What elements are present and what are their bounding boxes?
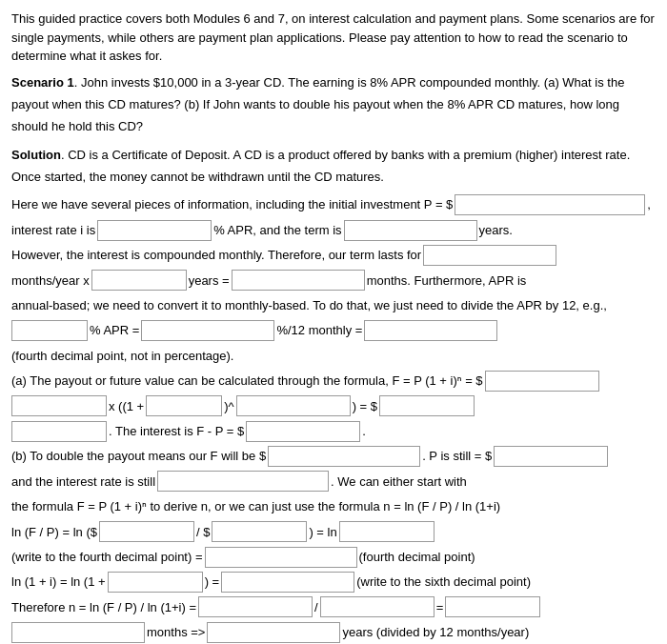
line1-post: ,	[647, 193, 651, 215]
input-fourth-decimal[interactable]	[205, 547, 357, 568]
input-ln-i-val[interactable]	[108, 572, 203, 593]
line13-slash: / $	[196, 521, 210, 543]
input-interest-calc[interactable]	[146, 395, 222, 416]
input-monthly-rate-numerator[interactable]	[141, 320, 274, 341]
line4-post: months. Furthermore, APR is	[367, 270, 527, 292]
line16-pre: Therefore n = ln (F / P) / ln (1+i) =	[11, 596, 196, 618]
scenario1-text: . John invests $10,000 in a 3-year CD. T…	[11, 75, 624, 134]
input-total-months[interactable]	[232, 270, 365, 291]
line14-pre: (write to the fourth decimal point) =	[11, 546, 203, 568]
line-interest-still: and the interest rate is still . We can …	[11, 471, 656, 493]
intro-paragraph: This guided practice covers both Modules…	[11, 10, 656, 66]
input-p-still[interactable]	[494, 446, 608, 467]
line14-label: (fourth decimal point)	[359, 546, 475, 568]
line9-post: .	[362, 420, 366, 442]
line11-pre: and the interest rate is still	[11, 471, 155, 493]
line-therefore-n: Therefore n = ln (F / P) / ln (1+i) = / …	[11, 596, 656, 618]
input-result-line9[interactable]	[11, 421, 107, 442]
input-ln-ratio[interactable]	[339, 521, 435, 542]
input-interest-result[interactable]	[246, 421, 360, 442]
line11-post: . We can either start with	[331, 471, 467, 493]
line12-text: the formula F = P (1 + i)ⁿ to derive n, …	[11, 495, 500, 517]
line16-eq: =	[436, 596, 444, 618]
line-apr-conversion: % APR = %/12 monthly =	[11, 319, 656, 341]
line13-eq: ) = ln	[309, 521, 336, 543]
input-n-denominator[interactable]	[320, 596, 435, 617]
input-ln-1i-result[interactable]	[221, 572, 354, 593]
line4-pre: months/year x	[11, 270, 90, 292]
line2-mid: % APR, and the term is	[213, 219, 341, 241]
line8-carrot: )^	[224, 395, 233, 417]
line13-pre: ln (F / P) = ln ($	[11, 521, 97, 543]
intro-p1: This guided practice covers both Modules…	[11, 10, 656, 66]
line4-mid: years =	[189, 270, 230, 292]
input-double-f[interactable]	[268, 446, 420, 467]
line-formula-n: the formula F = P (1 + i)ⁿ to derive n, …	[11, 495, 656, 517]
input-interest-rate[interactable]	[97, 220, 212, 241]
line-months-year: months/year x years = months. Furthermor…	[11, 270, 656, 292]
line7-text: (a) The payout or future value can be ca…	[11, 370, 483, 392]
line8-pre: x ((1 +	[109, 395, 144, 417]
input-result-calc[interactable]	[379, 395, 475, 416]
line6-text: (fourth decimal point, not in percentage…	[11, 345, 233, 367]
input-n-numerator[interactable]	[198, 596, 313, 617]
line-apr-annual: annual-based; we need to convert it to m…	[11, 294, 656, 316]
input-ln-f[interactable]	[99, 521, 194, 542]
scenario1-paragraph: Scenario 1. John invests $10,000 in a 3-…	[11, 71, 656, 138]
line-compounded: However, the interest is compounded mont…	[11, 244, 656, 266]
line15-pre: ln (1 + i) = ln (1 +	[11, 571, 106, 593]
input-term-months-box[interactable]	[423, 245, 556, 266]
line15-post: (write to the sixth decimal point)	[356, 571, 531, 593]
line5-text: annual-based; we need to convert it to m…	[11, 294, 607, 316]
line-fourth-decimal-write: (write to the fourth decimal point) = (f…	[11, 546, 656, 568]
line-interest-rate: interest rate i is % APR, and the term i…	[11, 219, 656, 241]
line9-pre: . The interest is F - P = $	[109, 420, 244, 442]
line2-post: years.	[479, 219, 513, 241]
input-apr-val[interactable]	[11, 320, 88, 341]
line-fourth-decimal: (fourth decimal point, not in percentage…	[11, 345, 656, 367]
line-investment: Here we have several pieces of informati…	[11, 193, 656, 215]
solution-label: Solution	[11, 148, 61, 162]
input-months-result[interactable]	[11, 622, 145, 643]
input-interest-still[interactable]	[157, 471, 329, 492]
line16-slash: /	[314, 596, 318, 618]
scenario1-label: Scenario 1	[11, 75, 74, 90]
line-interest-result: . The interest is F - P = $ .	[11, 420, 656, 442]
line15-eq: ) =	[205, 571, 220, 593]
input-years-result[interactable]	[207, 622, 340, 643]
input-term[interactable]	[344, 220, 477, 241]
input-monthly-rate-result[interactable]	[364, 320, 497, 341]
line8-eq: ) = $	[353, 395, 377, 417]
line-payout-formula: (a) The payout or future value can be ca…	[11, 370, 656, 392]
line3-text: However, the interest is compounded mont…	[11, 244, 421, 266]
line1-pre: Here we have several pieces of informati…	[11, 193, 453, 215]
solution-paragraph: Solution. CD is a Certificate of Deposit…	[11, 144, 656, 189]
solution-text: . CD is a Certificate of Deposit. A CD i…	[11, 148, 630, 184]
line5-monthly: %/12 monthly =	[276, 319, 362, 341]
input-exponent-calc[interactable]	[236, 395, 351, 416]
line10-mid: . P is still = $	[422, 445, 492, 467]
input-years-val[interactable]	[91, 270, 187, 291]
input-initial-investment[interactable]	[455, 194, 645, 215]
line5-aprlabel: % APR =	[90, 319, 139, 341]
input-future-value[interactable]	[485, 371, 599, 392]
line17-months: months =>	[147, 621, 205, 643]
line-ln-1i: ln (1 + i) = ln (1 + ) = (write to the s…	[11, 571, 656, 593]
line17-years: years (divided by 12 months/year)	[342, 621, 529, 643]
line2-pre: interest rate i is	[11, 219, 95, 241]
line-double-payout: (b) To double the payout means our F wil…	[11, 445, 656, 467]
input-ln-p[interactable]	[212, 521, 307, 542]
input-principal-calc[interactable]	[11, 395, 107, 416]
line-ln-fp: ln (F / P) = ln ($ / $ ) = ln	[11, 521, 656, 543]
line10-pre: (b) To double the payout means our F wil…	[11, 445, 266, 467]
line-formula-calc: x ((1 + )^ ) = $	[11, 395, 656, 417]
line-months-years: months => years (divided by 12 months/ye…	[11, 621, 656, 643]
input-n-result[interactable]	[445, 596, 540, 617]
